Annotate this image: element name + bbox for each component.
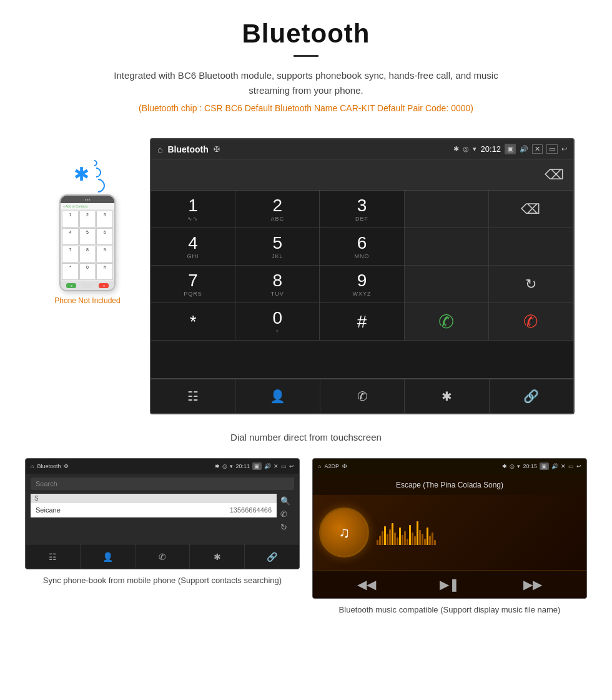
pb-call-icon[interactable]: ✆ [280, 509, 290, 519]
pb-refresh-icon[interactable]: ↻ [280, 522, 290, 532]
play-pause-button[interactable]: ▶❚ [440, 577, 460, 592]
phone-add-contact: + Add to Contacts [61, 203, 114, 209]
pb-nav-dialpad[interactable]: ☷ [26, 544, 81, 569]
phone-call-button[interactable]: ✆ [66, 283, 76, 288]
dial-key-4[interactable]: 4 GHI [151, 228, 235, 266]
dial-call-red[interactable]: ✆ [489, 303, 573, 341]
phone-top-bar: ●●● [61, 196, 114, 203]
pb-volume-icon[interactable]: 🔊 [264, 463, 271, 469]
pb-nav-contacts[interactable]: 👤 [81, 544, 136, 569]
dial-display: ⌫ [151, 159, 573, 191]
pb-nav-calls[interactable]: ✆ [136, 544, 190, 569]
pb-calls-nav-icon: ✆ [159, 552, 166, 562]
nav-link[interactable]: 🔗 [490, 379, 573, 413]
phone-key-5[interactable]: 5 [79, 228, 96, 245]
music-volume-icon[interactable]: 🔊 [551, 463, 558, 469]
dial-redial-key[interactable]: ↻ [489, 266, 573, 303]
dial-key-3[interactable]: 3 DEF [320, 191, 404, 228]
phone-key-6[interactable]: 6 [96, 228, 113, 245]
phone-side: ✱ ●●● + Add to Contacts 1 2 3 4 5 [37, 138, 137, 305]
dial-key-star[interactable]: * [151, 303, 235, 341]
nav-calls[interactable]: ✆ [320, 379, 405, 413]
pb-nav-bt[interactable]: ✱ [190, 544, 245, 569]
phone-key-9[interactable]: 9 [96, 246, 113, 262]
waveform-bar [429, 536, 431, 545]
nav-bluetooth[interactable]: ✱ [405, 379, 489, 413]
music-close-icon[interactable]: ✕ [561, 463, 566, 469]
backspace-button[interactable]: ⌫ [545, 167, 564, 183]
car-volume-icon[interactable]: 🔊 [520, 145, 528, 153]
phonebook-screen-item: ⌂ Bluetooth ✠ ✱ ◎ ▾ 20:11 ▣ 🔊 ✕ ▭ ↩ [25, 458, 300, 616]
main-caption: Dial number direct from touchscreen [0, 427, 612, 452]
pb-search-icon[interactable]: 🔍 [280, 496, 290, 506]
next-track-button[interactable]: ▶▶ [523, 577, 542, 592]
pb-usb-icon: ✠ [64, 463, 69, 469]
dial-key-1[interactable]: 1 ∿∿ [151, 191, 235, 228]
phone-key-3[interactable]: 3 [96, 211, 113, 228]
pb-back-icon[interactable]: ↩ [289, 463, 294, 469]
dial-key-7[interactable]: 7 PQRS [151, 266, 235, 303]
waveform-bar [409, 525, 411, 545]
dial-backspace-key[interactable]: ⌫ [489, 191, 573, 228]
red-call-icon: ✆ [523, 311, 538, 332]
pb-nav-link[interactable]: 🔗 [245, 544, 299, 569]
music-window-icon[interactable]: ▭ [568, 463, 574, 469]
page-description: Integrated with BC6 Bluetooth module, su… [94, 68, 518, 98]
dial-key-hash[interactable]: # [320, 303, 404, 341]
dial-empty-r2c4 [405, 228, 489, 266]
waveform-bar [377, 540, 378, 545]
nav-dialpad[interactable]: ☷ [151, 379, 235, 413]
music-location-icon: ◎ [510, 463, 515, 469]
pb-search-bar[interactable]: Search [31, 478, 294, 490]
car-close-icon[interactable]: ✕ [532, 144, 543, 154]
waveform-bar [422, 534, 423, 545]
car-window-icon[interactable]: ▭ [546, 144, 558, 154]
music-controls: ◀◀ ▶❚ ▶▶ [313, 570, 586, 598]
nav-contacts[interactable]: 👤 [235, 379, 320, 413]
signal-arc-large [88, 176, 107, 195]
pb-contact-row[interactable]: Seicane 13566664466 [31, 503, 277, 518]
dial-call-green[interactable]: ✆ [405, 303, 489, 341]
pb-time: 20:11 [235, 463, 250, 469]
music-home-icon[interactable]: ⌂ [318, 463, 321, 469]
phone-key-7[interactable]: 7 [62, 246, 79, 262]
phone-key-2[interactable]: 2 [79, 211, 96, 228]
pb-window-icon[interactable]: ▭ [281, 463, 287, 469]
car-back-icon[interactable]: ↩ [561, 145, 567, 153]
prev-track-button[interactable]: ◀◀ [357, 577, 376, 592]
dial-key-0[interactable]: 0 + [235, 303, 320, 341]
dial-key-5[interactable]: 5 JKL [235, 228, 320, 266]
pb-link-nav-icon: 🔗 [267, 552, 277, 562]
phonebook-caption: Sync phone-book from mobile phone (Suppo… [43, 574, 282, 587]
car-camera-icon[interactable]: ▣ [505, 144, 516, 154]
pb-status-left: ⌂ Bluetooth ✠ [31, 463, 69, 469]
phone-key-1[interactable]: 1 [62, 211, 79, 228]
music-status-left: ⌂ A2DP ✠ [318, 463, 347, 469]
waveform-bar [407, 539, 408, 545]
bluetooth-nav-icon: ✱ [442, 389, 452, 404]
pb-close-icon[interactable]: ✕ [274, 463, 279, 469]
phone-not-included-label: Phone Not Included [54, 296, 120, 305]
phone-key-4[interactable]: 4 [62, 228, 79, 245]
phone-key-hash[interactable]: # [96, 263, 113, 280]
music-camera-icon[interactable]: ▣ [540, 462, 549, 470]
pb-status-bar: ⌂ Bluetooth ✠ ✱ ◎ ▾ 20:11 ▣ 🔊 ✕ ▭ ↩ [26, 459, 299, 474]
music-back-icon[interactable]: ↩ [576, 463, 581, 469]
music-song-title-bar: Escape (The Pina Colada Song) [313, 474, 586, 495]
dial-key-8[interactable]: 8 TUV [235, 266, 320, 303]
phone-end-button[interactable]: ✆ [99, 283, 109, 288]
dial-empty-r3c4 [405, 266, 489, 303]
car-home-icon[interactable]: ⌂ [157, 144, 162, 154]
phone-keypad: 1 2 3 4 5 6 7 8 9 * 0 # [61, 209, 114, 281]
pb-camera-icon[interactable]: ▣ [252, 462, 262, 470]
pb-home-icon[interactable]: ⌂ [31, 463, 34, 469]
phone-key-star[interactable]: * [62, 263, 79, 280]
waveform-bar [402, 535, 403, 545]
phone-key-0[interactable]: 0 [79, 263, 96, 280]
pb-contact-list-wrapper: S Seicane 13566664466 🔍 ✆ ↻ [31, 494, 294, 534]
phone-key-8[interactable]: 8 [79, 246, 96, 262]
dial-key-9[interactable]: 9 WXYZ [320, 266, 404, 303]
phonebook-screen: ⌂ Bluetooth ✠ ✱ ◎ ▾ 20:11 ▣ 🔊 ✕ ▭ ↩ [25, 458, 300, 569]
dial-key-2[interactable]: 2 ABC [235, 191, 320, 228]
dial-key-6[interactable]: 6 MNO [320, 228, 404, 266]
